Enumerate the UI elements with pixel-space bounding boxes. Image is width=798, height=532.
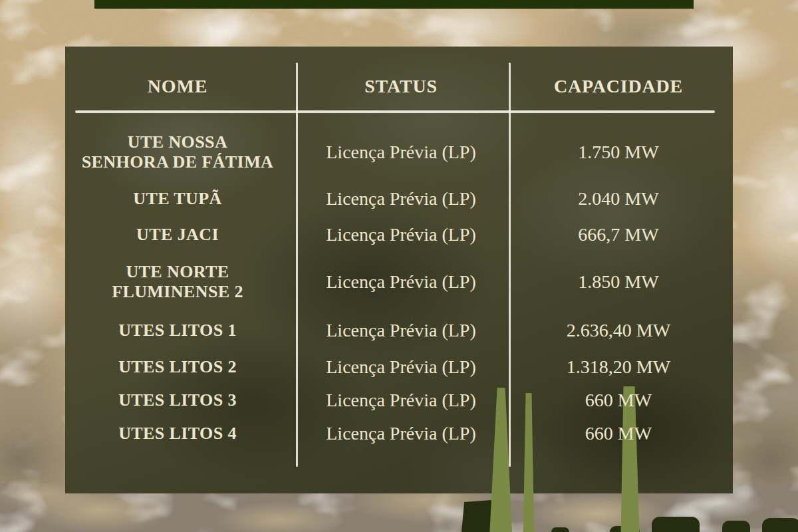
status-cell: Licença Prévia (LP)	[280, 416, 522, 451]
table-header-row: NOME STATUS CAPACIDADE	[75, 63, 715, 110]
capacity-cell: 660 MW	[522, 416, 715, 451]
table-row: UTES LITOS 3 Licença Prévia (LP) 660 MW	[75, 384, 715, 416]
status-cell: Licença Prévia (LP)	[280, 311, 522, 350]
plant-name-cell: UTES LITOS 2	[75, 350, 280, 384]
top-accent-bar	[94, 0, 694, 9]
plant-name-line: FLUMINENSE 2	[112, 282, 243, 302]
plant-name-line: UTE NOSSA	[128, 132, 227, 152]
table-row: UTE NORTEFLUMINENSE 2 Licença Prévia (LP…	[75, 253, 715, 311]
status-cell: Licença Prévia (LP)	[280, 253, 522, 311]
plant-name-cell: UTES LITOS 1	[75, 311, 280, 350]
column-header-nome: NOME	[75, 63, 280, 110]
table-row: UTE TUPÃ Licença Prévia (LP) 2.040 MW	[75, 181, 715, 217]
table-row: UTES LITOS 2 Licença Prévia (LP) 1.318,2…	[75, 350, 715, 384]
capacity-cell: 1.850 MW	[522, 253, 715, 311]
plant-name-cell: UTE NORTEFLUMINENSE 2	[75, 253, 280, 311]
table-row: UTE JACI Licença Prévia (LP) 666,7 MW	[75, 217, 715, 253]
plant-name-cell: UTE TUPÃ	[75, 181, 280, 217]
table-body: UTE NOSSASENHORA DE FÁTIMA Licença Prévi…	[75, 113, 715, 451]
plant-name-line: UTES LITOS 1	[118, 321, 237, 340]
table-row: UTES LITOS 4 Licença Prévia (LP) 660 MW	[75, 416, 715, 451]
infographic-canvas: NOME STATUS CAPACIDADE UTE NOSSASENHORA …	[0, 0, 798, 532]
table-row: UTES LITOS 1 Licença Prévia (LP) 2.636,4…	[75, 311, 715, 350]
status-cell: Licença Prévia (LP)	[280, 124, 522, 181]
plant-name-line: SENHORA DE FÁTIMA	[82, 152, 274, 172]
status-cell: Licença Prévia (LP)	[280, 217, 522, 253]
plant-name-line: UTE NORTE	[126, 262, 229, 282]
plant-name-cell: UTES LITOS 3	[75, 384, 280, 416]
capacity-cell: 1.750 MW	[522, 124, 715, 181]
plant-name-line: UTE JACI	[136, 225, 219, 245]
plant-name-line: UTES LITOS 3	[118, 390, 237, 410]
capacity-cell: 660 MW	[522, 384, 715, 416]
capacity-cell: 2.040 MW	[522, 181, 715, 217]
column-header-capacidade: CAPACIDADE	[522, 63, 715, 110]
table-row: UTE NOSSASENHORA DE FÁTIMA Licença Prévi…	[75, 124, 715, 181]
plant-name-line: UTES LITOS 2	[118, 357, 237, 377]
capacity-cell: 1.318,20 MW	[522, 350, 715, 384]
capacity-cell: 2.636,40 MW	[522, 311, 715, 350]
plant-name-line: UTES LITOS 4	[118, 424, 237, 444]
plant-name-cell: UTE JACI	[75, 217, 280, 253]
status-cell: Licença Prévia (LP)	[280, 350, 522, 384]
plant-name-line: UTE TUPÃ	[133, 189, 221, 209]
status-cell: Licença Prévia (LP)	[280, 384, 522, 416]
capacity-cell: 666,7 MW	[522, 217, 715, 253]
plants-table: NOME STATUS CAPACIDADE UTE NOSSASENHORA …	[65, 47, 733, 493]
plant-name-cell: UTE NOSSASENHORA DE FÁTIMA	[75, 124, 280, 181]
plant-name-cell: UTES LITOS 4	[75, 416, 280, 451]
status-cell: Licença Prévia (LP)	[280, 181, 522, 217]
column-header-status: STATUS	[280, 63, 522, 110]
